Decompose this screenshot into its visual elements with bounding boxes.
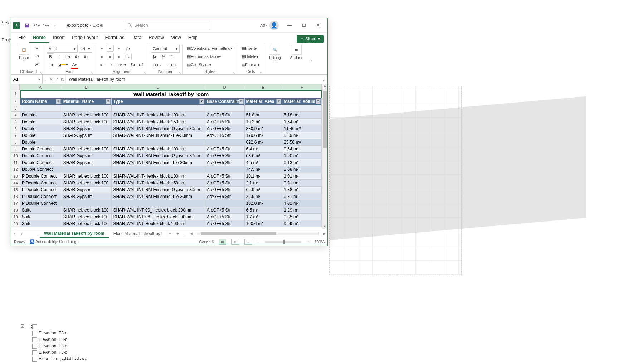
data-cell[interactable]: 10.3 m² <box>245 119 283 125</box>
page-break-view-button[interactable]: ▭ <box>244 239 252 245</box>
data-cell[interactable]: SHAR-Gypsum <box>62 159 112 166</box>
sheet-prev-button[interactable]: ‹ <box>11 231 18 236</box>
data-cell[interactable] <box>112 200 205 207</box>
sheet-next-button[interactable]: › <box>18 231 25 236</box>
data-cell[interactable]: 380.9 m² <box>245 125 283 132</box>
data-cell[interactable]: ArcGF+5 Str <box>205 207 245 214</box>
data-cell[interactable] <box>205 105 245 112</box>
data-cell[interactable]: SHAR-Gypsum <box>62 125 112 132</box>
data-cell[interactable]: ArcGF+5 Str <box>205 146 245 153</box>
tree-item[interactable]: Elevation: T3-d <box>18 349 125 356</box>
data-cell[interactable]: 5.39 m³ <box>282 132 322 139</box>
hscroll-thumb[interactable] <box>201 232 276 235</box>
vertical-scrollbar[interactable]: ▲ ▼ <box>322 84 327 229</box>
borders-button[interactable]: ⊞▾ <box>47 61 55 69</box>
data-cell[interactable]: Double Connect <box>20 166 62 173</box>
data-cell[interactable]: Suite <box>20 207 62 214</box>
data-cell[interactable]: SHAR heblex block 100 <box>62 180 112 187</box>
data-cell[interactable]: SHAR-Gypsum <box>62 153 112 159</box>
row-header[interactable]: 13 <box>11 173 20 180</box>
zoom-slider[interactable] <box>265 241 301 243</box>
data-cell[interactable]: ArcGF+5 Str <box>205 220 245 227</box>
decrease-decimal-button[interactable]: ←.00 <box>165 61 177 69</box>
table-header-cell[interactable]: Material: Name▼ <box>62 98 112 105</box>
data-cell[interactable]: 2.68 m³ <box>282 166 322 173</box>
data-cell[interactable]: Double Connect <box>20 146 62 153</box>
horizontal-scrollbar[interactable] <box>197 232 319 235</box>
data-cell[interactable]: SHAR-WAL-INT-RM-Finishing-Tile-30mm <box>112 159 205 166</box>
row-header[interactable]: 4 <box>11 112 20 119</box>
data-cell[interactable]: 6.5 m² <box>245 207 283 214</box>
data-cell[interactable]: ArcGF+5 Str <box>205 193 245 200</box>
table-header-cell[interactable]: Base Constraint▼ <box>205 98 245 105</box>
ribbon-tab-review[interactable]: Review <box>145 33 167 43</box>
row-header[interactable]: 14 <box>11 180 20 187</box>
data-cell[interactable]: SHAR-WAL-INT-Heblex block 100mm <box>112 173 205 180</box>
data-cell[interactable]: 2.1 m² <box>245 180 283 187</box>
data-cell[interactable]: ArcGF+5 Str <box>205 173 245 180</box>
data-cell[interactable]: SHAR-WAL-INT-00_Heblex block 200mm <box>112 207 205 214</box>
column-header[interactable]: B <box>61 84 111 90</box>
data-cell[interactable]: P Double Connect <box>20 180 62 187</box>
decrease-indent-button[interactable]: ⇤ <box>98 61 105 68</box>
scroll-down-icon[interactable]: ▼ <box>322 225 327 228</box>
data-cell[interactable]: 23.50 m³ <box>282 139 322 146</box>
data-cell[interactable]: ArcGF+5 Str <box>205 132 245 139</box>
data-cell[interactable] <box>112 105 205 112</box>
filter-dropdown-icon[interactable]: ▼ <box>316 99 321 104</box>
data-cell[interactable]: 622.6 m² <box>245 139 283 146</box>
title-cell[interactable]: Wall Material Takeoff by room <box>20 90 322 98</box>
column-header[interactable]: C <box>111 84 205 90</box>
data-cell[interactable]: SHAR heblex block 100 <box>62 173 112 180</box>
redo-icon[interactable]: ↷▾ <box>42 21 50 29</box>
data-cell[interactable]: Double <box>20 112 62 119</box>
row-header[interactable]: 9 <box>11 146 20 153</box>
maximize-button[interactable]: ☐ <box>297 20 311 31</box>
filter-dropdown-icon[interactable]: ▼ <box>56 99 61 104</box>
format-painter-button[interactable]: 🖌 <box>33 60 41 68</box>
scroll-up-icon[interactable]: ▲ <box>322 84 327 88</box>
data-cell[interactable]: P Double Connect <box>20 193 62 200</box>
sheet-more-button[interactable]: ⋯ <box>167 231 174 236</box>
insert-cells-button[interactable]: ▦ Insert ▾ <box>240 45 259 52</box>
data-cell[interactable]: 102.0 m² <box>245 200 283 207</box>
data-cell[interactable]: P Double Connect <box>20 200 62 207</box>
floor-plan-view[interactable] <box>329 86 462 275</box>
data-cell[interactable]: ArcGF+5 Str <box>205 214 245 220</box>
page-layout-view-button[interactable]: ▥ <box>231 239 239 245</box>
data-cell[interactable]: Double Connect <box>20 153 62 159</box>
data-cell[interactable] <box>245 105 283 112</box>
font-name-select[interactable]: Arial▾ <box>47 45 78 53</box>
data-cell[interactable]: SHAR heblex block 100 <box>62 119 112 125</box>
wrap-text-button[interactable]: ab↵▾ <box>115 61 128 68</box>
format-as-table-button[interactable]: ▦ Format as Table ▾ <box>186 53 223 60</box>
tree-expand-icon[interactable]: - <box>21 324 24 328</box>
row-header[interactable]: 6 <box>11 125 20 132</box>
name-box[interactable]: A1▾ <box>11 75 43 84</box>
data-cell[interactable]: ArcGF+5 Str <box>205 187 245 193</box>
select-all-corner[interactable] <box>11 84 20 90</box>
data-cell[interactable] <box>62 139 112 146</box>
data-cell[interactable]: Double <box>20 125 62 132</box>
currency-button[interactable]: $▾ <box>151 53 158 60</box>
decrease-font-button[interactable]: A↓ <box>82 53 90 60</box>
data-cell[interactable]: SHAR-WAL-INT-Heblex block 100mm <box>112 220 205 227</box>
row-header[interactable]: 17 <box>11 200 20 207</box>
tree-item[interactable]: Floor Plan: مخطط الطابق <box>18 356 125 362</box>
data-cell[interactable]: SHAR-Gypsum <box>62 132 112 139</box>
data-cell[interactable]: 179.6 m² <box>245 132 283 139</box>
fx-icon[interactable]: fx <box>61 77 64 82</box>
zoom-out-button[interactable]: − <box>257 240 259 244</box>
orientation-button[interactable]: ⤢▾ <box>124 45 132 52</box>
row-header[interactable]: 20 <box>11 220 20 227</box>
data-cell[interactable]: SHAR-WAL-INT-Heblex block 100mm <box>112 146 205 153</box>
data-cell[interactable] <box>205 139 245 146</box>
search-input[interactable]: Search <box>125 21 210 30</box>
data-cell[interactable]: Suite <box>20 214 62 220</box>
hscroll-left-icon[interactable]: ◀ <box>190 232 193 235</box>
row-header[interactable]: 16 <box>11 193 20 200</box>
tree-item[interactable]: Elevation: T3-c <box>18 343 125 349</box>
data-cell[interactable]: Double <box>20 119 62 125</box>
delete-cells-button[interactable]: ▦ Delete ▾ <box>240 53 260 60</box>
spreadsheet-grid[interactable]: ABCDEF 1Wall Material Takeoff by room2Ro… <box>11 84 327 229</box>
